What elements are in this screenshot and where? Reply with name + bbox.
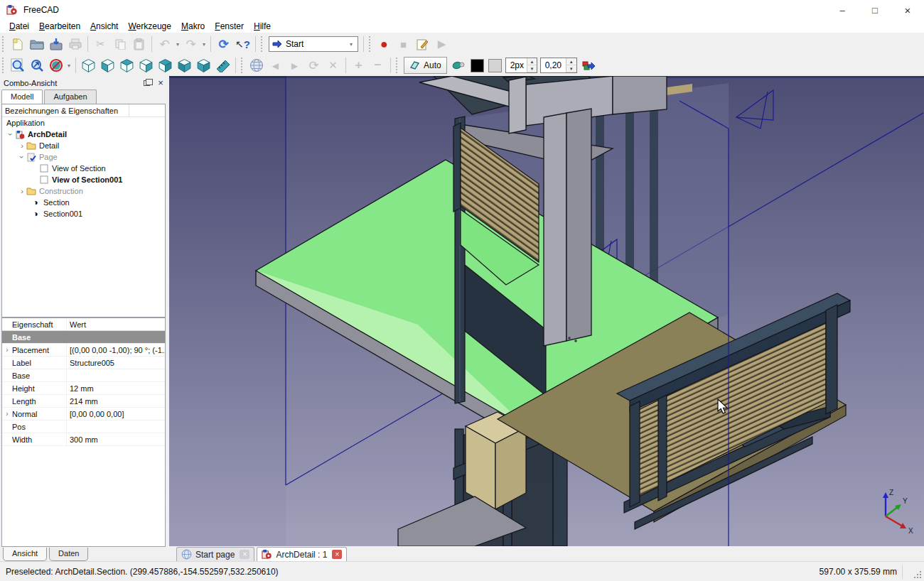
open-document-button[interactable]: [27, 35, 46, 53]
menu-bearbeiten[interactable]: Bearbeiten: [34, 21, 85, 32]
draw-style-button[interactable]: [46, 56, 65, 75]
fit-all-button[interactable]: [8, 56, 27, 75]
property-panel: Eigenschaft Wert Base › Placement [(0,00…: [1, 317, 166, 547]
tree-item-view-of-section[interactable]: View of Section: [2, 163, 165, 174]
macro-record-button[interactable]: ●: [375, 35, 394, 53]
measure-button[interactable]: [213, 56, 232, 75]
resize-grip[interactable]: [914, 571, 921, 578]
fit-selection-button[interactable]: [27, 56, 46, 75]
draft-snap-button[interactable]: [449, 56, 468, 75]
property-row-placement[interactable]: › Placement [(0,00 0,00 -1,00); 90 °; (-…: [2, 344, 165, 357]
maximize-button[interactable]: □: [859, 0, 891, 20]
property-row-normal[interactable]: › Normal [0,00 0,00 0,00]: [2, 408, 165, 420]
spinner-arrows[interactable]: ▲▼: [566, 58, 576, 72]
tab-daten[interactable]: Daten: [49, 548, 88, 561]
draft-linewidth-spinner[interactable]: 2px ▲▼: [505, 58, 537, 73]
tree-item-detail[interactable]: › Detail: [2, 140, 165, 151]
tab-close-button[interactable]: ×: [332, 550, 342, 559]
view-top-button[interactable]: [117, 56, 136, 75]
tree-root-applikation[interactable]: Applikation: [2, 117, 165, 129]
web-home-button[interactable]: [247, 56, 266, 75]
menu-ansicht[interactable]: Ansicht: [85, 21, 123, 32]
view-front-button[interactable]: [98, 56, 117, 75]
property-row-base[interactable]: Base: [2, 369, 165, 382]
menu-datei[interactable]: Datei: [4, 21, 34, 32]
copy-button[interactable]: [110, 35, 129, 53]
spinner-arrows[interactable]: ▲▼: [527, 58, 537, 72]
tab-modell[interactable]: Modell: [1, 89, 43, 104]
dock-close-button[interactable]: ×: [155, 78, 166, 88]
whats-this-button[interactable]: ↖?: [233, 35, 252, 53]
macro-edit-button[interactable]: [413, 35, 432, 53]
nav-forward-button[interactable]: ►: [285, 56, 304, 75]
view-rear-button[interactable]: [156, 56, 175, 75]
view-left-button[interactable]: [194, 56, 213, 75]
draft-line-color-swatch[interactable]: [471, 59, 484, 72]
refresh-button[interactable]: ⟳: [214, 35, 233, 53]
tree-item-section001[interactable]: ◑ Section001: [2, 208, 165, 219]
property-group-base[interactable]: Base: [2, 331, 165, 344]
draft-face-color-swatch[interactable]: [488, 59, 502, 72]
new-document-button[interactable]: [8, 35, 27, 53]
tree-item-page[interactable]: › Page: [2, 151, 165, 163]
tree-item-archdetail[interactable]: › ArchDetail: [2, 129, 165, 140]
tab-close-button[interactable]: ×: [240, 550, 249, 559]
expander-icon[interactable]: ›: [18, 187, 26, 195]
redo-dropdown[interactable]: ▾: [200, 41, 208, 48]
menu-werkzeuge[interactable]: Werkzeuge: [123, 21, 176, 32]
toolbar-drag-handle[interactable]: [2, 36, 6, 52]
menu-fenster[interactable]: Fenster: [210, 21, 249, 32]
dock-float-button[interactable]: [141, 78, 152, 88]
cut-button[interactable]: ✂: [91, 35, 110, 53]
undo-dropdown[interactable]: ▾: [174, 41, 181, 48]
print-button[interactable]: [65, 35, 85, 53]
tab-ansicht[interactable]: Ansicht: [3, 548, 47, 561]
tree-item-view-of-section001[interactable]: View of Section001: [2, 174, 165, 185]
property-row-label[interactable]: Label Structure005: [2, 357, 165, 369]
macro-play-button[interactable]: ▶: [432, 35, 451, 53]
workbench-selector[interactable]: Start ▾: [269, 36, 358, 52]
expander-icon[interactable]: ›: [2, 410, 12, 418]
toolbar-drag-handle[interactable]: [241, 58, 245, 73]
property-row-height[interactable]: Height 12 mm: [2, 382, 165, 395]
3d-viewport[interactable]: Z Y X: [169, 76, 924, 546]
zoom-in-button[interactable]: +: [349, 56, 368, 75]
nav-stop-button[interactable]: ✕: [323, 56, 343, 75]
property-row-length[interactable]: Length 214 mm: [2, 395, 165, 408]
toolbar-drag-handle[interactable]: [369, 36, 372, 52]
draft-auto-group-button[interactable]: Auto: [404, 57, 447, 74]
toolbar-drag-handle[interactable]: [396, 58, 399, 73]
zoom-out-button[interactable]: −: [368, 56, 387, 75]
tree-item-construction[interactable]: › Construction: [2, 185, 165, 197]
menu-hilfe[interactable]: Hilfe: [249, 21, 276, 32]
tab-start-page[interactable]: Start page ×: [176, 547, 254, 561]
draw-style-dropdown[interactable]: ▾: [65, 63, 72, 69]
property-row-pos[interactable]: Pos: [2, 420, 165, 433]
expander-icon[interactable]: ›: [18, 153, 26, 161]
view-bottom-button[interactable]: [175, 56, 194, 75]
expander-icon[interactable]: ›: [18, 141, 26, 150]
property-row-width[interactable]: Width 300 mm: [2, 433, 165, 446]
nav-refresh-button[interactable]: ⟳: [304, 56, 323, 75]
tab-aufgaben[interactable]: Aufgaben: [44, 89, 96, 104]
close-button[interactable]: ×: [891, 0, 924, 20]
draft-apply-style-button[interactable]: [579, 56, 598, 75]
view-axonometric-button[interactable]: [79, 56, 98, 75]
menu-makro[interactable]: Makro: [176, 21, 210, 32]
toolbar-drag-handle[interactable]: [261, 36, 264, 52]
toolbar-drag-handle[interactable]: [2, 58, 6, 73]
expander-icon[interactable]: ›: [2, 346, 12, 354]
tree-item-section[interactable]: ◑ Section: [2, 197, 165, 208]
nav-back-button[interactable]: ◄: [266, 56, 285, 75]
column[interactable]: [544, 109, 591, 346]
minimize-button[interactable]: –: [826, 0, 859, 20]
redo-button[interactable]: ↷: [181, 35, 200, 53]
save-button[interactable]: [46, 35, 65, 53]
view-right-button[interactable]: [136, 56, 156, 75]
paste-button[interactable]: [129, 35, 149, 53]
draft-scale-spinner[interactable]: 0,20 ▲▼: [540, 58, 577, 73]
macro-stop-button[interactable]: ■: [394, 35, 413, 53]
tab-archdetail[interactable]: ArchDetail : 1 ×: [257, 547, 347, 561]
undo-button[interactable]: ↶: [155, 35, 174, 53]
expander-icon[interactable]: ›: [6, 130, 15, 139]
